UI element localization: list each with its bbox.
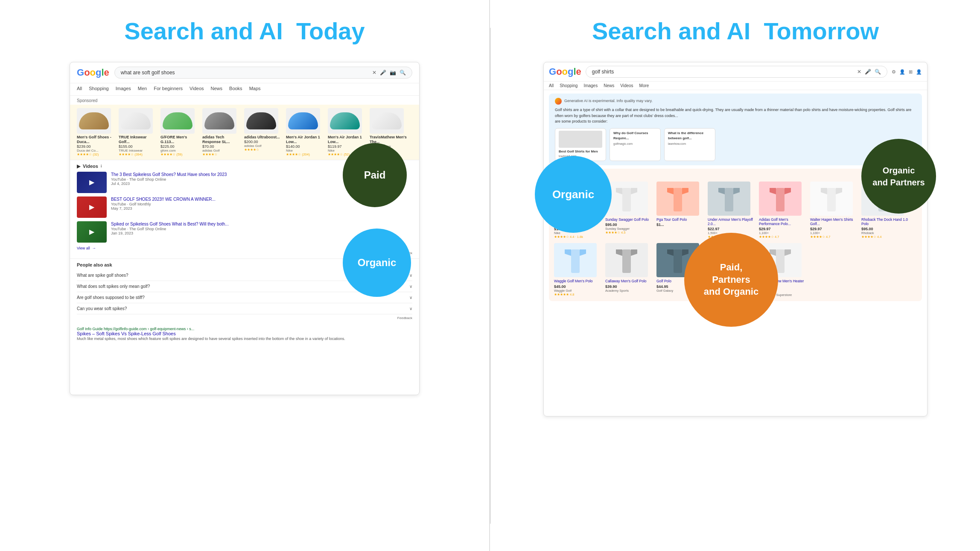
product-card-4[interactable]: adidas Tech Response SL... $70.00 adidas…: [202, 108, 241, 156]
left-panel: Search and AI Today Google what are soft…: [0, 0, 490, 551]
svg-marker-10: [718, 188, 725, 194]
ai-source-3[interactable]: What is the difference between golf... l…: [664, 128, 715, 161]
ai-overview: Generative AI is experimental. Info qual…: [549, 94, 922, 165]
product-card-2[interactable]: TRUE Inkswear Golf... $155.00 TRUE Inksw…: [119, 108, 157, 156]
svg-rect-27: [674, 249, 682, 273]
svg-rect-21: [571, 249, 580, 273]
shirt-card-6[interactable]: Walter Hagen Men's Shirts Golf... $29.97…: [810, 182, 857, 239]
organic-result-1[interactable]: Golf Info Guide https://golfinfo-guide.c…: [70, 323, 419, 345]
search-bar-today[interactable]: what are soft golf shoes ✕🎤📷🔍: [114, 67, 412, 79]
ai-overview-header: Generative AI is experimental. Info qual…: [555, 98, 916, 105]
svg-marker-7: [667, 188, 674, 194]
product-card-5[interactable]: adidas Ultraboost... $200.00 adidas Golf…: [244, 108, 283, 156]
google-logo-tomorrow: Google: [549, 66, 581, 77]
product-card-3[interactable]: G/FORE Men's G.113... $225.00 gfore.com …: [160, 108, 199, 156]
svg-marker-35: [785, 249, 791, 256]
search-query-today: what are soft golf shoes: [121, 70, 372, 76]
product-card-6[interactable]: Men's Air Jordan 1 Low... $140.00 Nike ★…: [286, 108, 324, 156]
video-thumb-1: ▶: [77, 172, 107, 193]
shirt-card-3[interactable]: Pga Tour Golf Polo $1...: [656, 182, 703, 239]
svg-marker-13: [770, 188, 776, 194]
google-header-tomorrow: Google golf shirts ✕🎤🔍 ⚙ 👤 ⊞ 👤: [544, 62, 927, 82]
svg-marker-23: [580, 249, 586, 256]
svg-rect-6: [674, 188, 682, 211]
google-nav-today: All Shopping Images Men For beginners Vi…: [70, 83, 419, 96]
svg-rect-9: [725, 188, 733, 211]
svg-rect-12: [776, 188, 785, 211]
main-container: Search and AI Today Google what are soft…: [0, 0, 980, 551]
source-thumbnail-1: [559, 131, 602, 148]
svg-marker-4: [616, 188, 622, 194]
grid-icon[interactable]: ⊞: [909, 69, 913, 75]
organic-bubble-left: Organic: [343, 229, 411, 297]
sponsored-label: Sponsored: [70, 96, 419, 105]
svg-rect-24: [622, 249, 631, 273]
shirt-card-2[interactable]: Sunday Swagger Golf Polo $95.00 Sunday S…: [605, 182, 652, 239]
product-card-1[interactable]: Men's Golf Shoes - Duca... $239.00 Duca …: [77, 108, 115, 156]
paa-item-4[interactable]: Can you wear soft spikes? ∨: [77, 303, 412, 314]
paid-bubble: Paid: [343, 143, 407, 207]
organic-bubble-right: Organic: [535, 156, 612, 233]
shirt-card-8[interactable]: Waggle Golf Men's Polo $45.00 Waggle Gol…: [554, 243, 601, 296]
google-logo-today: Google: [77, 67, 109, 78]
svg-rect-33: [776, 249, 785, 273]
svg-marker-17: [836, 188, 842, 194]
profile-icon[interactable]: 👤: [916, 69, 922, 75]
google-header-today: Google what are soft golf shoes ✕🎤📷🔍: [70, 62, 419, 83]
svg-marker-16: [821, 188, 827, 194]
video-thumb-2: ▶: [77, 196, 107, 218]
svg-marker-26: [631, 249, 637, 256]
svg-marker-14: [785, 188, 791, 194]
ai-source-1[interactable]: Best Golf Shirts for Men towlroad.com: [555, 128, 606, 161]
paa-item-3[interactable]: Are golf shoes supposed to be stiff? ∨: [77, 292, 412, 303]
left-panel-title: Search and AI Today: [124, 17, 365, 45]
search-icons-today: ✕🎤📷🔍: [372, 70, 406, 76]
ai-icon: [555, 98, 562, 105]
settings-icon[interactable]: ⚙: [892, 69, 896, 75]
right-panel-container: Organic Paid, Partners and Organic Organ…: [543, 62, 928, 416]
shirt-card-5[interactable]: Adidas Golf Men's Performance Polo... $2…: [759, 182, 806, 239]
svg-marker-11: [733, 188, 740, 194]
organic-partners-bubble: Organic and Partners: [861, 139, 936, 214]
header-icons-right: ⚙ 👤 ⊞ 👤: [892, 69, 922, 75]
shirt-card-9[interactable]: Callaway Men's Golf Polo $39.90 Academy …: [605, 243, 652, 296]
right-panel-title: Search and AI Tomorrow: [592, 17, 879, 45]
ai-sources: Best Golf Shirts for Men towlroad.com Wh…: [555, 128, 916, 161]
svg-marker-22: [565, 249, 571, 256]
svg-marker-8: [682, 188, 688, 194]
right-panel: Search and AI Tomorrow Organic Paid, Par…: [491, 0, 980, 551]
search-bar-tomorrow[interactable]: golf shirts ✕🎤🔍: [586, 66, 887, 78]
svg-marker-25: [616, 249, 622, 256]
search-query-tomorrow: golf shirts: [592, 69, 857, 75]
video-thumb-3: ▶: [77, 221, 107, 243]
google-search-today: Google what are soft golf shoes ✕🎤📷🔍 All…: [70, 62, 420, 395]
svg-marker-29: [682, 249, 688, 256]
paid-partners-bubble: Paid, Partners and Organic: [684, 233, 778, 327]
svg-rect-3: [622, 188, 631, 211]
google-nav-tomorrow: All Shopping Images News Videos More: [544, 82, 927, 90]
svg-marker-5: [631, 188, 637, 194]
feedback-paa: Feedback: [77, 316, 412, 320]
ai-text: Golf shirts are a type of shirt with a c…: [555, 107, 916, 119]
ai-expand-text: are some products to consider:: [555, 119, 916, 125]
svg-rect-15: [827, 188, 836, 211]
ai-source-2[interactable]: Why do Golf Courses Require... golfmagic…: [610, 128, 661, 161]
account-icon[interactable]: 👤: [899, 69, 905, 75]
svg-marker-28: [667, 249, 674, 256]
shirt-card-4[interactable]: Under Armour Men's Playoff 2.0... $22.97…: [708, 182, 755, 239]
